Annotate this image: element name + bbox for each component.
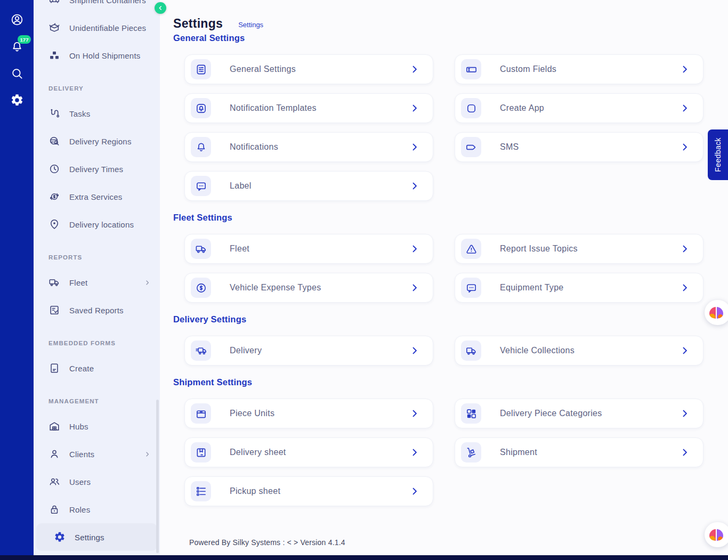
settings-card-general-settings[interactable]: General Settings: [184, 54, 433, 84]
user-circle-icon[interactable]: [10, 13, 24, 27]
chevron-right-icon: [409, 142, 420, 152]
truck-icon: [48, 277, 60, 288]
chevron-right-icon: [143, 279, 151, 287]
sidebar-item-extra-services[interactable]: Extra Services: [34, 183, 160, 210]
checklist-icon: [191, 481, 211, 501]
input-field-icon: [461, 59, 481, 79]
hand-truck-icon: [461, 442, 481, 462]
clock-icon: [48, 163, 60, 175]
sidebar-item-delivery-times[interactable]: Delivery Times: [34, 155, 160, 183]
settings-card-label: Vehicle Collections: [500, 346, 575, 355]
settings-card-label: Notification Templates: [230, 103, 317, 113]
map-pin-icon: [48, 218, 60, 230]
settings-card-piece-units[interactable]: Piece Units: [184, 399, 433, 428]
settings-card-label[interactable]: Label: [184, 171, 433, 201]
bell-app-icon: [191, 98, 211, 118]
settings-card-equipment-type[interactable]: Equipment Type: [455, 273, 703, 303]
sidebar-item-shipment-containers[interactable]: Shipment Containers: [34, 0, 160, 14]
settings-card-label: Custom Fields: [500, 64, 556, 74]
settings-card-label: Report Issue Topics: [500, 244, 578, 254]
grid-icon: [461, 403, 481, 424]
sidebar-item-delivery-locations[interactable]: Delivery locations: [34, 210, 160, 238]
settings-card-shipment[interactable]: Shipment: [455, 437, 703, 467]
assistant-fab-bottom[interactable]: [705, 522, 728, 547]
chevron-right-icon: [680, 64, 690, 75]
sidebar-item-clients[interactable]: Clients: [34, 440, 160, 468]
settings-card-custom-fields[interactable]: Custom Fields: [455, 54, 703, 84]
chat-dots-icon: [461, 278, 481, 298]
settings-card-delivery-sheet[interactable]: Delivery sheet: [184, 437, 433, 467]
settings-card-fleet[interactable]: Fleet: [184, 234, 433, 264]
sidebar-item-label: Delivery Regions: [69, 137, 151, 146]
section-title-delivery-settings: Delivery Settings: [173, 314, 728, 324]
chevron-right-icon: [409, 244, 420, 254]
sidebar-item-label: Tasks: [69, 109, 151, 118]
report-check-icon: [48, 304, 60, 316]
chat-dots-icon: [191, 176, 211, 196]
sidebar-item-label: Unidentifiable Pieces: [69, 23, 151, 33]
currency-refresh-icon: [48, 191, 60, 202]
sidebar-collapse-button[interactable]: [155, 2, 166, 14]
search-icon[interactable]: [10, 67, 24, 80]
settings-card-label: Fleet: [230, 244, 249, 254]
sidebar-item-unidentifiable-pieces[interactable]: Unidentifiable Pieces: [34, 14, 160, 42]
feedback-button[interactable]: Feedback: [708, 129, 728, 180]
sidebar-item-label: Users: [69, 477, 151, 486]
chevron-right-icon: [409, 447, 420, 458]
settings-card-label: Vehicle Expense Types: [230, 283, 321, 293]
settings-card-label: Notifications: [230, 142, 278, 152]
settings-card-label: Shipment: [500, 448, 537, 457]
settings-card-label: SMS: [500, 142, 519, 152]
gear-icon[interactable]: [10, 93, 24, 107]
assistant-fab-top[interactable]: [705, 300, 728, 325]
sidebar-item-delivery-regions[interactable]: Delivery Regions: [34, 127, 160, 155]
brain-icon: [709, 307, 723, 319]
chevron-right-icon: [409, 181, 420, 191]
sidebar-item-saved-reports[interactable]: Saved Reports: [34, 296, 160, 324]
sidebar-item-label: Delivery locations: [69, 220, 151, 229]
settings-card-label: General Settings: [230, 64, 296, 74]
settings-card-label: Delivery Piece Categories: [500, 409, 602, 418]
sidebar-item-fleet[interactable]: Fleet: [34, 269, 160, 296]
sidebar-item-users[interactable]: Users: [34, 468, 160, 496]
cards-grid: Piece UnitsDelivery sheetPickup sheetDel…: [184, 399, 728, 506]
sidebar-item-roles[interactable]: Roles: [34, 496, 160, 523]
settings-card-label: Piece Units: [230, 409, 274, 418]
sidebar-item-hubs[interactable]: Hubs: [34, 412, 160, 440]
sidebar-item-label: Settings: [75, 533, 149, 542]
sidebar-item-settings[interactable]: Settings: [36, 523, 157, 551]
settings-card-vehicle-expense-types[interactable]: Vehicle Expense Types: [184, 273, 433, 303]
settings-card-delivery-piece-categories[interactable]: Delivery Piece Categories: [455, 399, 703, 428]
tag-icon: [461, 137, 481, 157]
settings-card-label: Label: [230, 181, 252, 191]
settings-card-pickup-sheet[interactable]: Pickup sheet: [184, 476, 433, 506]
warning-triangle-icon: [461, 239, 481, 259]
section-title-general-settings: General Settings: [173, 33, 728, 43]
chevron-right-icon: [680, 447, 690, 458]
footer-version-text: Powered By Silky Systems : < > Version 4…: [189, 538, 728, 547]
stacked-boxes-icon: [48, 50, 60, 61]
settings-card-delivery[interactable]: Delivery: [184, 336, 433, 366]
settings-card-label: Delivery: [230, 346, 262, 355]
sidebar-item-tasks[interactable]: Tasks: [34, 100, 160, 127]
sidebar-scrollbar[interactable]: [156, 400, 159, 553]
truck-icon: [191, 239, 211, 259]
warehouse-icon: [48, 420, 60, 432]
sidebar-item-label: Saved Reports: [69, 306, 151, 315]
settings-card-notification-templates[interactable]: Notification Templates: [184, 93, 433, 123]
bell-icon: [191, 137, 211, 157]
package-icon: [191, 442, 211, 462]
sidebar-item-label: Roles: [69, 505, 151, 514]
sidebar-item-on-hold-shipments[interactable]: On Hold Shipments: [34, 42, 160, 69]
route-icon: [48, 108, 60, 119]
breadcrumb[interactable]: Settings: [238, 21, 263, 31]
dollar-circle-icon: [191, 278, 211, 298]
settings-card-create-app[interactable]: Create App: [455, 93, 703, 123]
settings-card-label: Pickup sheet: [230, 486, 280, 496]
settings-card-vehicle-collections[interactable]: Vehicle Collections: [455, 336, 703, 366]
settings-card-report-issue-topics[interactable]: Report Issue Topics: [455, 234, 703, 264]
settings-card-notifications[interactable]: Notifications: [184, 132, 433, 162]
sidebar-item-create[interactable]: Create: [34, 354, 160, 382]
settings-card-sms[interactable]: SMS: [455, 132, 703, 162]
chevron-right-icon: [409, 345, 420, 356]
